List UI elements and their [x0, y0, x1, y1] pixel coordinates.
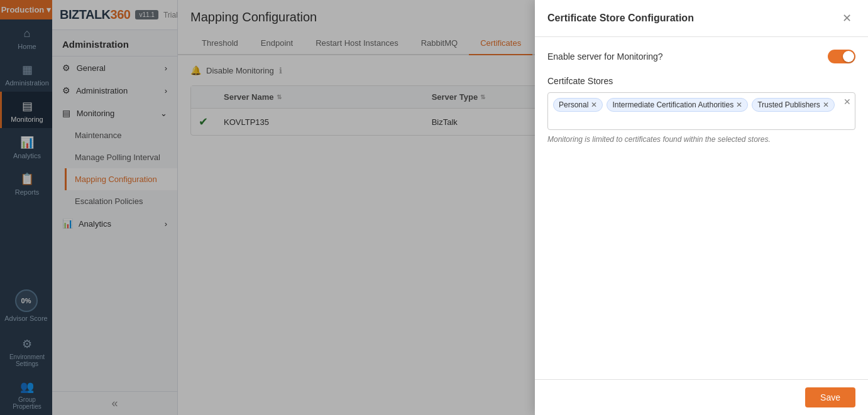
- cert-hint: Monitoring is limited to certificates fo…: [547, 135, 855, 144]
- cert-tag-personal-label: Personal: [559, 100, 588, 109]
- enable-monitoring-toggle[interactable]: [828, 50, 855, 63]
- cert-tag-personal-remove[interactable]: ✕: [591, 101, 597, 109]
- side-panel: Certificate Store Configuration ✕ Enable…: [535, 0, 868, 415]
- panel-close-button[interactable]: ✕: [838, 10, 855, 26]
- cert-tag-personal: Personal ✕: [553, 98, 603, 112]
- cert-tags-container[interactable]: Personal ✕ Intermediate Certification Au…: [547, 92, 855, 130]
- cert-tag-intermediate-remove[interactable]: ✕: [736, 101, 742, 109]
- cert-tag-intermediate: Intermediate Certification Authorities ✕: [607, 98, 748, 112]
- panel-body: Enable server for Monitoring? Certifcate…: [535, 37, 868, 379]
- clear-all-button[interactable]: ✕: [843, 97, 851, 107]
- cert-stores-label: Certifcate Stores: [547, 76, 855, 86]
- panel-header: Certificate Store Configuration ✕: [535, 0, 868, 37]
- cert-tag-trusted-label: Trusted Publishers: [757, 100, 820, 109]
- cert-tag-intermediate-label: Intermediate Certification Authorities: [612, 100, 733, 109]
- save-button[interactable]: Save: [805, 387, 855, 407]
- toggle-label: Enable server for Monitoring?: [547, 51, 663, 62]
- cert-tag-trusted-remove[interactable]: ✕: [823, 101, 829, 109]
- panel-title: Certificate Store Configuration: [547, 13, 694, 24]
- toggle-row: Enable server for Monitoring?: [547, 50, 855, 63]
- cert-tag-trusted: Trusted Publishers ✕: [752, 98, 835, 112]
- panel-footer: Save: [535, 379, 868, 415]
